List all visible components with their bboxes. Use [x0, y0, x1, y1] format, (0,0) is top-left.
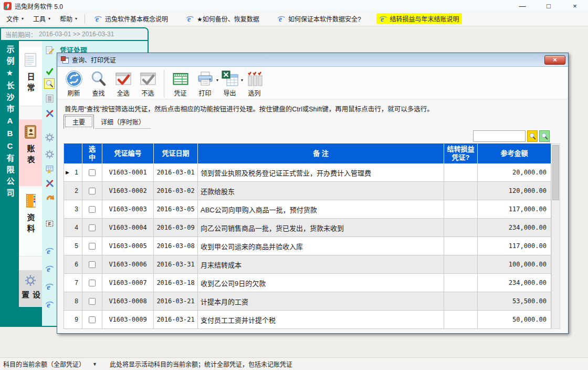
frame-f-icon[interactable] [45, 219, 54, 228]
row-checkbox[interactable] [89, 243, 96, 250]
tab-detail[interactable]: 详细（序时账） [95, 116, 151, 129]
toolbar-export-button[interactable]: ▾ 导出 [217, 69, 242, 97]
help-link-3[interactable]: 如何保证本软件数据安全? [275, 13, 364, 24]
table-row[interactable]: 8 V1603-0008 2016-03-21 计提本月的工资 53,500.0… [64, 292, 551, 311]
select-all-icon [114, 70, 132, 88]
toolbar-deselect-button[interactable]: 不选 [135, 69, 160, 97]
menu-label: 帮助 [60, 14, 72, 23]
row-checkbox[interactable] [89, 188, 96, 194]
toolbar-print-button[interactable]: ▾ 打印 [193, 69, 217, 97]
sidebar-item-0[interactable]: 日常 [19, 47, 42, 106]
carryover-cell [444, 255, 478, 273]
menu-2[interactable]: 帮助▾ [57, 13, 80, 24]
tools-icon[interactable] [45, 178, 54, 188]
search-button-yellow[interactable] [527, 130, 538, 142]
amount-cell: 120,000.00 [478, 182, 551, 200]
table-row[interactable]: 9 V1603-0009 2016-03-21 支付员工工资并计提个税 50,0… [64, 311, 551, 329]
sidebar-item-2[interactable]: 资料 [19, 188, 42, 256]
toolbar-find-button[interactable]: 查找 [86, 69, 111, 97]
table-row[interactable]: 7 V1603-0007 2016-03-18 收到乙公司9日的欠款 234,0… [64, 274, 551, 292]
memo-cell: 收到乙公司9日的欠款 [198, 274, 444, 292]
column-header-0 [64, 143, 82, 163]
current-row-icon: ▶ [66, 170, 69, 175]
row-checkbox[interactable] [89, 224, 96, 231]
vertical-scrollbar[interactable] [551, 143, 560, 329]
voucher-date-cell: 2016-03-05 [154, 200, 198, 218]
ie-icon [186, 15, 194, 23]
ie-icon[interactable] [45, 282, 54, 291]
voucher-date-cell: 2016-03-21 [154, 311, 198, 328]
row-number-cell: 5 [64, 237, 82, 255]
ie-icon[interactable] [45, 246, 54, 255]
column-header-1[interactable]: 选中 [82, 143, 102, 163]
memo-cell: 计提本月的工资 [198, 292, 444, 310]
amount-cell: 117,000.00 [478, 237, 551, 255]
table-row[interactable]: 4 V1603-0004 2016-03-09 向乙公司销售商品一批，货已发出，… [64, 219, 551, 237]
search-button-green[interactable] [539, 130, 550, 142]
column-header-5[interactable]: 结转损益凭证? [444, 143, 478, 163]
voucher-code-cell: V1603-0001 [102, 163, 154, 181]
balance-mode-selector[interactable]: 科目的当前余额（全部凭证） ▼ [0, 359, 97, 368]
toolbar-columns-button[interactable]: 选列 [242, 69, 267, 97]
carryover-cell [444, 311, 478, 328]
ie-icon[interactable] [45, 264, 54, 273]
toolbar-voucher-button[interactable]: 凭证 [168, 69, 193, 97]
dialog-close-button[interactable]: × [544, 55, 565, 65]
doc-edit-icon[interactable] [45, 45, 54, 55]
scrollbar-thumb[interactable] [552, 145, 559, 200]
toolbar-button-label: 打印 [198, 88, 211, 97]
carryover-cell [444, 292, 478, 310]
menu-0[interactable]: 文件▾ [3, 13, 27, 24]
memo-cell: ABC公司向甲购入商品一批，预付货款 [198, 200, 444, 218]
row-checkbox[interactable] [89, 206, 96, 213]
row-checkbox[interactable] [89, 261, 96, 268]
memo-cell: 向乙公司销售商品一批，货已发出，货款未收到 [198, 219, 444, 237]
table-header-row: 选中凭证编号凭证日期备 注结转损益凭证?参考金额 [64, 143, 551, 163]
sidebar-item-label: 账表 [25, 145, 36, 167]
dialog-titlebar[interactable]: 查询、打印凭证 × [57, 53, 568, 67]
tools-icon[interactable] [45, 108, 54, 118]
menu-1[interactable]: 工具▾ [30, 13, 54, 24]
search-input[interactable] [473, 130, 526, 142]
sidebar-item-label: 资料 [25, 213, 36, 235]
row-checkbox[interactable] [89, 316, 96, 323]
table-row[interactable]: 3 V1603-0003 2016-03-05 ABC公司向甲购入商品一批，预付… [64, 200, 551, 219]
help-link-1[interactable]: 迅兔软件基本概念说明 [91, 13, 171, 24]
toolbar-refresh-button[interactable]: 刷新 [61, 69, 86, 97]
close-button[interactable]: × [562, 0, 588, 12]
row-select-cell [82, 237, 102, 255]
search-icon[interactable] [45, 79, 54, 88]
gear-icon[interactable] [45, 149, 54, 159]
table-row[interactable]: 5 V1603-0005 2016-03-08 收到甲公司运来的商品并验收入库 … [64, 237, 551, 255]
carryover-cell [444, 274, 478, 292]
table-row[interactable]: ▶1 V1603-0001 2016-03-01 领到营业执照及税务登记证正式营… [64, 163, 551, 182]
gear-icon[interactable] [45, 132, 54, 142]
row-checkbox[interactable] [89, 169, 96, 176]
tab-main[interactable]: 主要 [64, 115, 94, 129]
table-row[interactable]: 2 V1603-0002 2016-03-02 还款给股东 120,000.00 [64, 182, 551, 200]
column-header-3[interactable]: 凭证日期 [154, 143, 198, 163]
undo-icon[interactable] [45, 192, 54, 202]
row-select-cell [82, 292, 102, 310]
row-checkbox[interactable] [89, 280, 96, 286]
voucher-code-cell: V1603-0003 [102, 200, 154, 218]
table-row[interactable]: 6 V1603-0006 2016-03-31 月末结转成本 100,000.0… [64, 255, 551, 274]
column-header-2[interactable]: 凭证编号 [102, 143, 154, 163]
sidebar-item-3[interactable]: 设置 [19, 270, 42, 307]
sidebar-item-1[interactable]: 账表 [19, 119, 42, 186]
column-header-6[interactable]: 参考金额 [478, 143, 551, 163]
help-link-2[interactable]: ★如何备份、恢复数据 [183, 13, 262, 24]
list-icon[interactable] [45, 94, 54, 103]
help-link-4[interactable]: 结转损益与年末结账说明 [376, 13, 462, 24]
toolbar-button-label: 导出 [223, 88, 236, 97]
period-value: 2016-03-01 >> 2016-03-31 [39, 30, 114, 38]
toolbar-select-all-button[interactable]: 全选 [111, 69, 135, 97]
column-header-4[interactable]: 备 注 [198, 143, 444, 163]
row-checkbox[interactable] [89, 298, 96, 305]
ie-icon[interactable] [45, 300, 54, 309]
table-star-icon[interactable] [45, 164, 54, 173]
maximize-button[interactable]: □ [536, 0, 562, 12]
window-titlebar: 迅兔财务软件 5.0 — □ × [0, 0, 588, 12]
check-icon[interactable] [45, 66, 54, 76]
minimize-button[interactable]: — [509, 0, 536, 12]
